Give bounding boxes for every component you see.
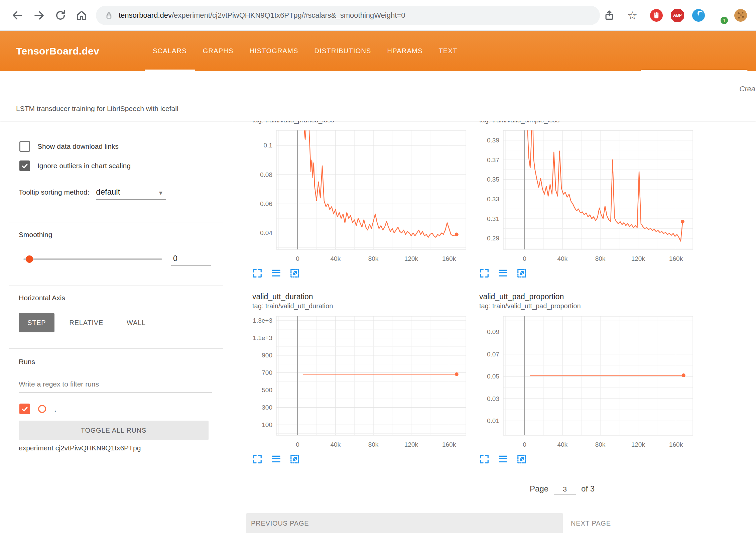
axis-relative-button[interactable]: RELATIVE — [60, 313, 112, 332]
abp-extension-icon[interactable]: ABP — [671, 9, 684, 22]
svg-text:900: 900 — [262, 352, 272, 359]
page-of-label: of 3 — [581, 484, 595, 494]
expand-chart-icon[interactable] — [252, 267, 264, 279]
app-brand: TensorBoard.dev — [16, 31, 99, 71]
svg-text:120k: 120k — [631, 255, 645, 262]
svg-text:100: 100 — [262, 421, 272, 428]
previous-page-button[interactable]: PREVIOUS PAGE — [246, 513, 563, 533]
chart-actions — [252, 453, 469, 465]
log-scale-icon[interactable] — [498, 453, 509, 465]
svg-text:120k: 120k — [631, 441, 645, 448]
tab-text[interactable]: TEXT — [430, 31, 465, 71]
ignore-outliers-checkbox[interactable] — [19, 160, 30, 171]
blue-extension-icon[interactable] — [692, 9, 705, 22]
svg-text:0.35: 0.35 — [487, 176, 499, 183]
tab-histograms[interactable]: HISTOGRAMS — [241, 31, 306, 71]
smoothing-slider-thumb[interactable] — [26, 255, 33, 263]
url-text: tensorboard.dev/experiment/cj2vtPiwQHKN9… — [119, 11, 405, 20]
expand-chart-icon[interactable] — [479, 267, 491, 279]
bookmark-star-icon[interactable]: ☆ — [626, 9, 639, 22]
address-bar[interactable]: tensorboard.dev/experiment/cj2vtPiwQHKN9… — [96, 6, 600, 25]
runs-filter-input[interactable] — [19, 376, 212, 393]
svg-text:0.37: 0.37 — [487, 156, 499, 163]
chart-title: valid_utt_pad_proportion — [479, 292, 696, 302]
svg-text:0.07: 0.07 — [487, 351, 499, 358]
fit-domain-icon[interactable] — [290, 453, 301, 465]
experiment-description: LSTM transducer training for LibriSpeech… — [16, 105, 178, 113]
show-download-checkbox[interactable] — [19, 141, 30, 152]
log-scale-icon[interactable] — [271, 453, 282, 465]
run-name: . — [54, 404, 56, 414]
svg-text:0.06: 0.06 — [260, 200, 272, 207]
svg-text:0.31: 0.31 — [487, 215, 499, 222]
subheader: Crea LSTM transducer training for LibriS… — [0, 71, 756, 121]
expand-chart-icon[interactable] — [252, 453, 264, 465]
axis-wall-button[interactable]: WALL — [118, 313, 154, 332]
svg-text:700: 700 — [262, 369, 272, 376]
svg-text:1.1e+3: 1.1e+3 — [253, 334, 272, 341]
tab-hparams[interactable]: HPARAMS — [379, 31, 431, 71]
scalars-main: valid_pruned_loss tag: train/valid_prune… — [232, 121, 756, 547]
share-icon[interactable] — [604, 9, 617, 22]
scalar-line-chart[interactable]: 0.040.060.080.1040k80k120k160k — [252, 128, 469, 265]
divider — [9, 286, 223, 286]
chart-card-3: valid_utt_pad_proportion tag: train/vali… — [479, 292, 696, 465]
tooltip-sorting-value: default — [96, 187, 120, 197]
svg-text:0: 0 — [296, 255, 299, 262]
next-page-button[interactable]: NEXT PAGE — [571, 520, 611, 527]
svg-text:0.03: 0.03 — [487, 395, 499, 402]
scalar-line-chart[interactable]: 0.290.310.330.350.370.39040k80k120k160k — [479, 128, 696, 265]
run-color-swatch — [38, 405, 46, 413]
svg-text:0.04: 0.04 — [260, 229, 272, 236]
page-number-input[interactable] — [554, 485, 576, 495]
chart-actions — [479, 267, 696, 279]
browser-chrome: tensorboard.dev/experiment/cj2vtPiwQHKN9… — [0, 0, 756, 31]
tooltip-sorting-dropdown[interactable]: default ▼ — [96, 187, 166, 200]
chart-tag: tag: train/valid_utt_pad_proportion — [479, 302, 696, 310]
svg-text:40k: 40k — [557, 441, 568, 448]
svg-text:1.3e+3: 1.3e+3 — [253, 317, 272, 324]
smoothing-slider-track[interactable] — [23, 258, 162, 260]
tab-graphs[interactable]: GRAPHS — [195, 31, 242, 71]
chart-actions — [252, 267, 469, 279]
svg-text:40k: 40k — [330, 441, 341, 448]
expand-chart-icon[interactable] — [479, 453, 491, 465]
charts-grid: valid_pruned_loss tag: train/valid_prune… — [252, 121, 696, 465]
scalar-line-chart[interactable]: 0.010.030.050.070.09040k80k120k160k — [479, 314, 696, 451]
tab-scalars[interactable]: SCALARS — [145, 31, 195, 71]
reload-icon[interactable] — [54, 9, 67, 21]
fit-domain-icon[interactable] — [517, 267, 528, 279]
run-row: . — [19, 404, 56, 414]
svg-text:0.33: 0.33 — [487, 196, 499, 203]
fit-domain-icon[interactable] — [290, 267, 301, 279]
adblock-extension-icon[interactable] — [650, 9, 663, 22]
svg-text:500: 500 — [262, 387, 272, 394]
svg-text:0.39: 0.39 — [487, 137, 499, 144]
log-scale-icon[interactable] — [271, 267, 282, 279]
forward-icon[interactable] — [33, 9, 45, 21]
fit-domain-icon[interactable] — [517, 453, 528, 465]
scalar-line-chart[interactable]: 1003005007009001.1e+31.3e+3040k80k120k16… — [252, 314, 469, 451]
back-icon[interactable] — [11, 9, 23, 21]
svg-text:0.08: 0.08 — [260, 171, 272, 178]
clipped-created-text: Crea — [739, 85, 755, 93]
svg-text:0.01: 0.01 — [487, 417, 499, 424]
svg-text:160k: 160k — [669, 255, 683, 262]
chart-tag: tag: train/valid_pruned_loss — [252, 121, 469, 124]
pie-extension-icon[interactable]: 1 — [713, 9, 726, 22]
cookie-extension-icon[interactable] — [734, 9, 747, 22]
chart-tag: tag: train/valid_utt_duration — [252, 302, 469, 310]
runs-label: Runs — [19, 358, 35, 366]
smoothing-value-input[interactable] — [171, 251, 211, 266]
run-checkbox[interactable] — [19, 404, 30, 414]
toggle-all-runs-button[interactable]: TOGGLE ALL RUNS — [19, 421, 209, 440]
axis-step-button[interactable]: STEP — [19, 313, 54, 332]
svg-text:120k: 120k — [404, 255, 418, 262]
home-icon[interactable] — [76, 9, 88, 21]
tab-distributions[interactable]: DISTRIBUTIONS — [306, 31, 379, 71]
svg-text:80k: 80k — [595, 441, 606, 448]
page-buttons: PREVIOUS PAGE NEXT PAGE — [246, 513, 756, 533]
svg-text:160k: 160k — [442, 255, 456, 262]
star-glyph: ☆ — [627, 9, 637, 22]
log-scale-icon[interactable] — [498, 267, 509, 279]
